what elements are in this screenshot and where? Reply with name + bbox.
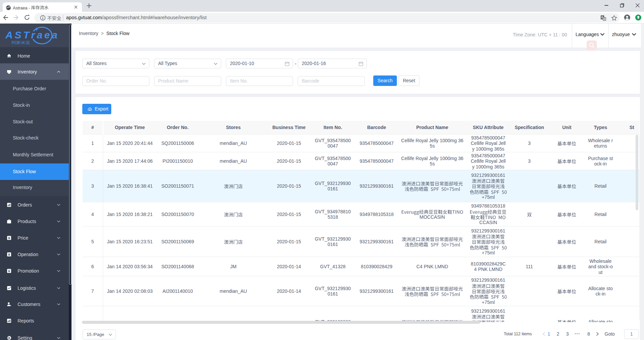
svg-text:ASTraea: ASTraea	[5, 29, 59, 40]
